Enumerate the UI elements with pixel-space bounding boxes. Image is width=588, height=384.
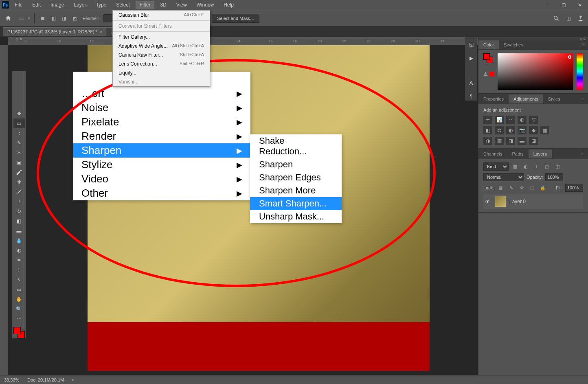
blur-tool[interactable]: 💧: [13, 236, 25, 245]
type-tool[interactable]: T: [13, 265, 25, 274]
filter-vanishing[interactable]: Vanishi…: [113, 77, 210, 86]
filter-lens-correction[interactable]: Lens Correction...Shift+Ctrl+R: [113, 59, 210, 68]
layer-row[interactable]: 👁 Layer 0: [483, 194, 583, 209]
tab-paths[interactable]: Paths: [507, 149, 528, 158]
lasso-tool[interactable]: ⌇: [13, 128, 25, 138]
tab-adjustments[interactable]: Adjustments: [509, 94, 543, 103]
selection-intersect-icon[interactable]: ◩: [70, 14, 79, 22]
filter-cat-stylize[interactable]: Stylize▶: [73, 158, 250, 172]
dodge-tool[interactable]: ◐: [13, 246, 25, 255]
filter-cat-video[interactable]: Video▶: [73, 172, 250, 186]
crop-tool[interactable]: ✂: [13, 148, 25, 157]
minimize-button[interactable]: ─: [541, 1, 554, 9]
filter-cat-noise[interactable]: Noise▶: [73, 101, 250, 115]
sharpen-edges[interactable]: Sharpen Edges: [250, 171, 342, 184]
vibrance-icon[interactable]: ▽: [529, 116, 538, 124]
hue-slider[interactable]: [577, 53, 583, 90]
sharpen-sharpen[interactable]: Sharpen: [250, 158, 342, 171]
marquee-tool-icon[interactable]: ▭: [17, 14, 25, 22]
lookup-icon[interactable]: ▦: [540, 126, 549, 134]
share-icon[interactable]: [577, 14, 585, 22]
photo-filter-icon[interactable]: 📷: [518, 126, 527, 134]
gradient-tool[interactable]: ▬: [13, 226, 25, 235]
close-icon[interactable]: ×: [100, 29, 102, 34]
filter-type-icon[interactable]: T: [532, 162, 540, 171]
select-and-mask-button[interactable]: Select and Mask...: [212, 14, 259, 23]
filter-adjust-icon[interactable]: ◐: [522, 162, 530, 171]
lock-paint-icon[interactable]: ✎: [507, 184, 515, 192]
invert-icon[interactable]: ◑: [483, 137, 492, 145]
filter-liquify[interactable]: Liquify...: [113, 68, 210, 77]
layer-kind-select[interactable]: Kind: [483, 162, 509, 171]
quick-select-tool[interactable]: ✎: [13, 138, 25, 147]
lock-artboard-icon[interactable]: ▢: [528, 184, 536, 192]
stamp-tool[interactable]: ⊥: [13, 197, 25, 206]
sharpen-unsharp-mask[interactable]: Unsharp Mask...: [250, 210, 342, 223]
filter-camera-raw[interactable]: Camera Raw Filter...Shift+Ctrl+A: [113, 50, 210, 59]
filter-gallery[interactable]: Filter Gallery...: [113, 33, 210, 42]
history-icon[interactable]: ◱: [467, 40, 475, 48]
filter-pixel-icon[interactable]: ▩: [511, 162, 519, 171]
healing-tool[interactable]: ✚: [13, 177, 25, 187]
gradient-map-icon[interactable]: ▬: [518, 137, 527, 145]
opacity-input[interactable]: [545, 173, 563, 181]
curves-icon[interactable]: 〰: [506, 116, 515, 124]
exposure-icon[interactable]: ◐: [518, 116, 527, 124]
move-tool[interactable]: ✥: [13, 109, 25, 118]
filter-shape-icon[interactable]: ▢: [543, 162, 551, 171]
sharpen-smart-sharpen[interactable]: Smart Sharpen...: [250, 197, 342, 210]
sharpen-shake-reduction[interactable]: Shake Reduction...: [250, 134, 342, 158]
menu-image[interactable]: Image: [46, 1, 68, 9]
posterize-icon[interactable]: ▤: [495, 137, 504, 145]
panel-menu-icon[interactable]: ≡: [579, 42, 588, 48]
tab-channels[interactable]: Channels: [478, 149, 507, 158]
brightness-icon[interactable]: ☀: [483, 116, 492, 124]
menu-edit[interactable]: Edit: [28, 1, 45, 9]
menu-layer[interactable]: Layer: [70, 1, 90, 9]
history-brush-tool[interactable]: ↻: [13, 206, 25, 216]
color-swatch[interactable]: [13, 327, 25, 338]
more-tools[interactable]: ⋯: [13, 314, 25, 323]
panel-menu-icon[interactable]: ≡: [579, 151, 588, 157]
zoom-level[interactable]: 33,33%: [4, 377, 19, 382]
filter-cat-sharpen[interactable]: Sharpen▶: [73, 143, 250, 158]
menu-window[interactable]: Window: [193, 1, 218, 9]
filter-cat-pixelate[interactable]: Pixelate▶: [73, 115, 250, 129]
menu-filter[interactable]: Filter: [136, 1, 155, 9]
levels-icon[interactable]: 📊: [495, 116, 504, 124]
workspace-icon[interactable]: ◫: [564, 14, 573, 22]
hand-tool[interactable]: ✋: [13, 294, 25, 304]
color-mini-swatch[interactable]: [483, 53, 493, 63]
fill-input[interactable]: [565, 184, 583, 192]
tab-layers[interactable]: Layers: [529, 149, 552, 158]
lock-trans-icon[interactable]: ▦: [496, 184, 505, 192]
path-select-tool[interactable]: ↖: [13, 275, 25, 284]
threshold-icon[interactable]: ◨: [506, 137, 515, 145]
selection-new-icon[interactable]: ◼: [39, 14, 47, 22]
menu-select[interactable]: Select: [112, 1, 134, 9]
selection-subtract-icon[interactable]: ◨: [60, 14, 68, 22]
menu-view[interactable]: View: [172, 1, 191, 9]
zoom-tool[interactable]: 🔍: [13, 304, 25, 314]
menu-3d[interactable]: 3D: [156, 1, 170, 9]
eyedropper-tool[interactable]: [13, 167, 25, 177]
channel-mixer-icon[interactable]: ◆: [529, 126, 538, 134]
filter-convert-smart[interactable]: Convert for Smart Filters: [113, 22, 210, 31]
pen-tool[interactable]: ✒: [13, 255, 25, 265]
home-icon[interactable]: [3, 13, 13, 23]
filter-cat-render[interactable]: Render▶: [73, 129, 250, 143]
bw-icon[interactable]: ◐: [506, 126, 515, 134]
tab-properties[interactable]: Properties: [478, 94, 509, 103]
color-field[interactable]: [498, 53, 573, 90]
marquee-tool[interactable]: ▭: [13, 118, 25, 128]
character-icon[interactable]: A: [467, 79, 475, 87]
blend-mode-select[interactable]: Normal: [483, 173, 524, 181]
tab-color[interactable]: Color: [478, 40, 499, 49]
brush-tool[interactable]: [13, 187, 25, 196]
filter-smart-icon[interactable]: ◫: [553, 162, 562, 171]
panel-menu-icon[interactable]: ≡: [579, 96, 588, 102]
maximize-button[interactable]: ▢: [557, 1, 570, 9]
hue-icon[interactable]: ◧: [483, 126, 492, 134]
filter-cat-other[interactable]: Other▶: [73, 186, 250, 200]
visibility-icon[interactable]: 👁: [485, 199, 491, 204]
